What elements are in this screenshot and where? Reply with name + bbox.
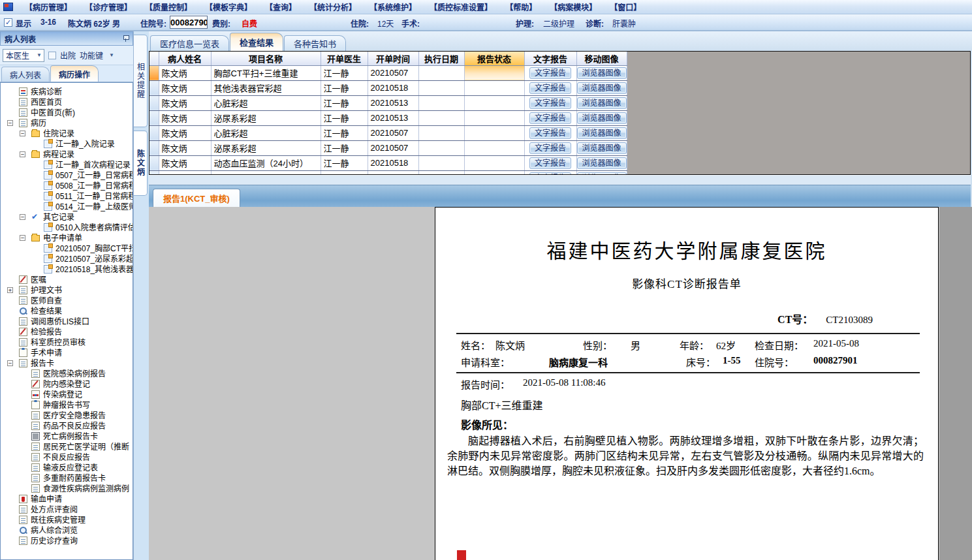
menu-item[interactable]: 【质控标准设置】 xyxy=(430,1,492,12)
function-keys-label[interactable]: 功能键 xyxy=(80,50,103,61)
tree-item[interactable]: 不良反应报告 xyxy=(1,452,133,463)
tree-expander-icon[interactable]: − xyxy=(7,360,13,366)
tree-item[interactable]: 江一静_入院记录 xyxy=(1,139,133,149)
text-report-button[interactable]: 文字报告 xyxy=(529,157,571,169)
menu-item[interactable]: 【病历管理】 xyxy=(25,1,72,12)
tree-expander-icon[interactable]: + xyxy=(7,287,13,293)
tab-report-1[interactable]: 报告1(KCT_审核) xyxy=(153,189,240,207)
tree-expander-icon[interactable]: − xyxy=(20,235,25,241)
table-row[interactable]: 陈文炳胸部CT平扫+三维重建江一静20210507文字报告浏览器图像 xyxy=(149,65,627,80)
row-selector-cell[interactable] xyxy=(149,110,159,125)
menu-item[interactable]: 【诊疗管理】 xyxy=(85,1,132,12)
tree-expander-icon[interactable]: − xyxy=(20,214,25,220)
row-selector-cell[interactable] xyxy=(149,80,159,95)
row-selector-cell[interactable] xyxy=(149,140,159,155)
tree-expander-icon[interactable]: − xyxy=(20,131,25,136)
tree-item[interactable]: 江一静_首次病程记录 xyxy=(1,160,133,170)
grid-column-header[interactable]: 报告状态 xyxy=(464,52,524,65)
admission-no-input[interactable] xyxy=(170,16,208,29)
table-row[interactable]: 陈文炳心脏彩超江一静20210507文字报告浏览器图像 xyxy=(149,125,627,140)
menu-item[interactable]: 【查询】 xyxy=(265,1,296,12)
menu-item[interactable]: 【统计分析】 xyxy=(309,1,356,12)
tree-item[interactable]: 检验报告 xyxy=(1,327,133,337)
tree-item[interactable]: −病程记录 xyxy=(1,149,133,160)
browser-image-button[interactable]: 浏览器图像 xyxy=(577,127,627,139)
text-report-button[interactable]: 文字报告 xyxy=(529,112,571,124)
tab-patient-list[interactable]: 病人列表 xyxy=(1,67,50,82)
tree-item[interactable]: 多重耐药菌报告卡 xyxy=(1,473,133,484)
tree-item[interactable]: 医院感染病例报告 xyxy=(1,369,133,379)
tree-item[interactable]: 手术申请 xyxy=(1,348,133,358)
browser-image-button[interactable]: 浏览器图像 xyxy=(577,82,627,94)
menu-item[interactable]: 【窗口】 xyxy=(610,1,641,12)
browser-image-button[interactable]: 浏览器图像 xyxy=(577,67,627,79)
tree-item[interactable]: 0514_江一静_上级医师 xyxy=(1,202,133,212)
tab-record-actions[interactable]: 病历操作 xyxy=(50,65,99,82)
tree-expander-icon[interactable]: − xyxy=(20,151,25,157)
tree-item[interactable]: 病人综合浏览 xyxy=(1,525,133,536)
menu-item[interactable]: 【帮助】 xyxy=(505,1,537,12)
tab-medical-info-overview[interactable]: 医疗信息一览表 xyxy=(150,35,229,51)
grid-column-header[interactable]: 移动图像 xyxy=(576,52,627,65)
grid-column-header[interactable]: 开单医生 xyxy=(321,52,368,65)
tree-item[interactable]: 20210518_其他浅表器 xyxy=(1,264,133,275)
tree-item[interactable]: 食源性疾病病例监测病例 xyxy=(1,484,133,494)
row-selector-cell[interactable] xyxy=(149,95,159,110)
browser-image-button[interactable]: 浏览器图像 xyxy=(577,157,627,169)
tab-exam-results[interactable]: 检查结果 xyxy=(230,33,283,51)
text-report-button[interactable]: 文字报告 xyxy=(529,127,571,139)
tree-item[interactable]: −报告卡 xyxy=(1,358,133,369)
tree-item[interactable]: 居民死亡医学证明（推断 xyxy=(1,442,133,452)
table-row[interactable]: 陈文炳动态血压监测（24小时）江一静20210518文字报告浏览器图像 xyxy=(149,155,627,170)
tab-related-reminders[interactable]: 相关提醒 xyxy=(134,35,148,127)
text-report-button[interactable]: 文字报告 xyxy=(529,142,571,154)
tree-item[interactable]: 西医首页 xyxy=(1,97,133,108)
row-selector-cell[interactable] xyxy=(149,65,159,80)
menu-item[interactable]: 【病案模块】 xyxy=(550,1,597,12)
discharge-checkbox[interactable] xyxy=(48,52,56,59)
row-selector-cell[interactable] xyxy=(149,170,159,175)
tree-item[interactable]: 处方点评查阅 xyxy=(1,505,133,515)
menu-item[interactable]: 【系统维护】 xyxy=(369,1,416,12)
tree-item[interactable]: 科室质控员审核 xyxy=(1,337,133,348)
tree-item[interactable]: 20210507_泌尿系彩超 xyxy=(1,254,133,264)
tree-item[interactable]: 死亡病例报告卡 xyxy=(1,431,133,442)
chevron-down-icon[interactable]: ▼ xyxy=(107,52,116,58)
tree-item[interactable]: 中医首页(新) xyxy=(1,108,133,118)
tree-item[interactable]: 疾病诊断 xyxy=(1,87,133,97)
row-selector-cell[interactable] xyxy=(149,155,159,170)
text-report-button[interactable]: 文字报告 xyxy=(529,67,571,79)
table-row[interactable]: 陈文炳其他浅表器官彩超江一静20210518文字报告浏览器图像 xyxy=(149,80,627,95)
tree-item[interactable]: 历史诊疗查询 xyxy=(1,536,133,546)
tree-item[interactable]: 院内感染登记 xyxy=(1,379,133,390)
tree-item[interactable]: 0507_江一静_日常病程 xyxy=(1,170,133,181)
pin-icon[interactable] xyxy=(123,35,129,42)
browser-image-button[interactable]: 浏览器图像 xyxy=(577,97,627,109)
tree-item[interactable]: 调阅惠侨LIS接口 xyxy=(1,317,133,327)
tree-item[interactable]: 输液反应登记表 xyxy=(1,463,133,473)
tree-item[interactable]: −电子申请单 xyxy=(1,233,133,243)
browser-image-button[interactable]: 浏览器图像 xyxy=(577,112,627,124)
grid-column-header[interactable]: 执行日期 xyxy=(418,52,464,65)
tree-item[interactable]: +护理文书 xyxy=(1,285,133,296)
tree-item[interactable]: 既往疾病史管理 xyxy=(1,515,133,525)
grid-column-header[interactable]: 病人姓名 xyxy=(159,52,211,65)
tree-item[interactable]: 药品不良反应报告 xyxy=(1,421,133,431)
tree-item[interactable]: 0508_江一静_日常病程 xyxy=(1,181,133,191)
table-row[interactable]: 陈文炳心脏彩超江一静20210513文字报告浏览器图像 xyxy=(149,95,627,110)
table-row[interactable]: 陈文炳动态血压监测（24小时）江一静20210507文字报告浏览器图像 xyxy=(149,170,627,175)
tree-item[interactable]: −病历 xyxy=(1,118,133,129)
grid-column-header[interactable]: 文字报告 xyxy=(524,52,576,65)
tree-item[interactable]: 检查结果 xyxy=(1,306,133,317)
table-row[interactable]: 陈文炳泌尿系彩超江一静20210513文字报告浏览器图像 xyxy=(149,110,627,125)
tree-item[interactable]: 传染病登记 xyxy=(1,390,133,400)
tree-item[interactable]: 医嘱 xyxy=(1,275,133,285)
tree-item[interactable]: −其它记录 xyxy=(1,212,133,223)
grid-column-header[interactable]: 项目名称 xyxy=(211,52,321,65)
tab-notices[interactable]: 各种告知书 xyxy=(284,35,346,51)
tree-item[interactable]: 20210507_胸部CT平扫 xyxy=(1,243,133,254)
tree-expander-icon[interactable]: − xyxy=(7,120,13,126)
row-selector-cell[interactable] xyxy=(149,125,159,140)
tree-item[interactable]: −住院记录 xyxy=(1,129,133,139)
text-report-button[interactable]: 文字报告 xyxy=(529,97,571,109)
